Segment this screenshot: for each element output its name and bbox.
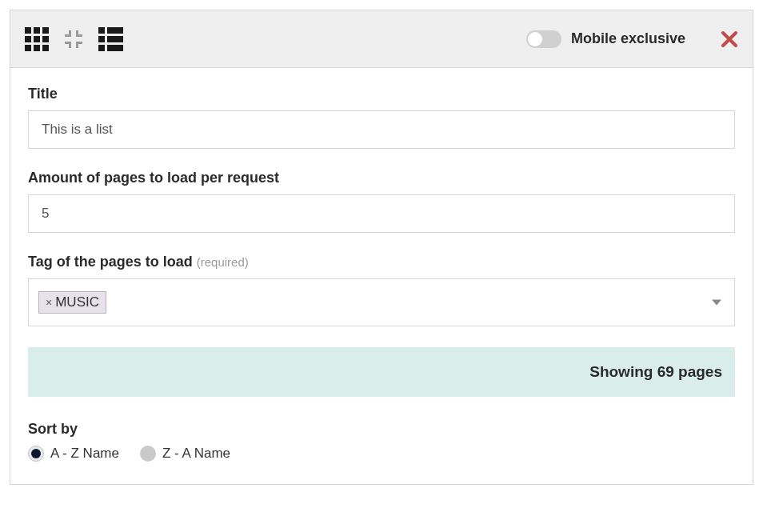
sort-option-za[interactable]: Z - A Name xyxy=(140,446,230,462)
collapse-icon[interactable] xyxy=(63,29,84,50)
radio-icon xyxy=(140,446,156,462)
sort-field-group: Sort by A - Z Name Z - A Name xyxy=(28,421,735,462)
mobile-exclusive-toggle-group: Mobile exclusive xyxy=(526,30,685,48)
sort-option-label: A - Z Name xyxy=(50,446,119,462)
mobile-exclusive-toggle[interactable] xyxy=(526,30,561,48)
radio-icon xyxy=(28,446,44,462)
showing-pages-banner: Showing 69 pages xyxy=(28,347,735,397)
tag-select[interactable]: × MUSIC xyxy=(28,278,735,326)
tag-label-text: Tag of the pages to load xyxy=(28,254,193,270)
view-mode-group xyxy=(25,27,123,51)
close-icon[interactable] xyxy=(721,30,738,48)
grid-view-icon[interactable] xyxy=(25,27,49,51)
title-label: Title xyxy=(28,86,735,102)
amount-input[interactable] xyxy=(28,194,735,233)
dropdown-caret-icon[interactable] xyxy=(712,300,721,306)
sort-option-label: Z - A Name xyxy=(162,446,230,462)
tag-required-hint: (required) xyxy=(197,255,249,269)
tag-chip-label: MUSIC xyxy=(55,294,99,310)
title-input[interactable] xyxy=(28,110,735,149)
list-view-icon[interactable] xyxy=(98,27,123,51)
showing-pages-text: Showing 69 pages xyxy=(589,363,722,381)
sort-label: Sort by xyxy=(28,421,735,438)
toolbar: Mobile exclusive xyxy=(10,10,753,68)
sort-option-az[interactable]: A - Z Name xyxy=(28,446,119,462)
form-body: Title Amount of pages to load per reques… xyxy=(10,68,753,484)
amount-field-group: Amount of pages to load per request xyxy=(28,170,735,233)
tag-field-group: Tag of the pages to load (required) × MU… xyxy=(28,254,735,326)
title-field-group: Title xyxy=(28,86,735,149)
tag-label: Tag of the pages to load (required) xyxy=(28,254,735,270)
amount-label: Amount of pages to load per request xyxy=(28,170,735,186)
tag-remove-icon[interactable]: × xyxy=(46,296,52,309)
tag-chip: × MUSIC xyxy=(38,291,106,314)
sort-options: A - Z Name Z - A Name xyxy=(28,446,735,462)
mobile-exclusive-label: Mobile exclusive xyxy=(571,30,685,47)
settings-panel: Mobile exclusive Title Amount of pages t… xyxy=(10,10,753,485)
